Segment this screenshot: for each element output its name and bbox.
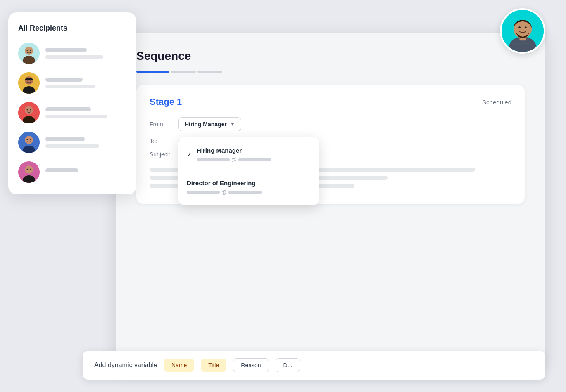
dropdown-item-email-1: @	[197, 156, 311, 163]
svg-point-19	[27, 139, 28, 140]
chevron-down-icon: ▼	[230, 121, 235, 127]
dropdown-item-name-1: Hiring Manager	[197, 147, 311, 154]
recipient-item-5[interactable]	[18, 161, 126, 183]
dropdown-divider	[178, 171, 319, 171]
at-symbol-1: @	[231, 156, 237, 163]
checkmark-icon: ✓	[187, 151, 192, 158]
recipient-name-skeleton-3	[45, 107, 91, 111]
tab-inactive-2[interactable]	[197, 71, 222, 73]
main-card: Sequence Stage 1 Scheduled From: Hiring …	[116, 33, 545, 367]
dropdown-item-hiring-manager[interactable]: ✓ Hiring Manager @	[178, 140, 319, 169]
avatar-5	[18, 161, 40, 183]
avatar-4	[18, 132, 40, 153]
stage-status: Scheduled	[482, 99, 511, 106]
svg-point-22	[25, 165, 33, 174]
scene: Sequence Stage 1 Scheduled From: Hiring …	[0, 0, 566, 392]
profile-avatar	[500, 8, 545, 54]
to-label: To:	[150, 138, 178, 144]
svg-point-3	[25, 47, 33, 55]
recipient-sub-skeleton-2	[45, 85, 95, 88]
dropdown-item-name-2: Director of Engineering	[187, 179, 311, 187]
email-skeleton-3	[187, 191, 220, 194]
recipient-name-skeleton-1	[45, 48, 87, 52]
svg-point-30	[518, 26, 521, 28]
svg-point-31	[525, 26, 527, 28]
svg-point-5	[30, 50, 31, 51]
recipient-info-4	[45, 137, 126, 148]
svg-point-12	[25, 106, 33, 114]
var-tag-title[interactable]: Title	[201, 359, 226, 372]
dropdown-item-email-2: @	[187, 189, 311, 195]
tab-bar	[136, 71, 525, 73]
recipient-info-1	[45, 48, 126, 59]
svg-point-9	[27, 80, 28, 81]
recipient-sub-skeleton-1	[45, 55, 103, 59]
recipient-item-4[interactable]	[18, 132, 126, 153]
stage-title: Stage 1	[150, 97, 182, 107]
from-dropdown[interactable]: Hiring Manager ▼	[178, 117, 241, 131]
at-symbol-2: @	[221, 189, 227, 195]
recipient-item-3[interactable]	[18, 102, 126, 123]
svg-point-4	[27, 50, 28, 51]
recipient-sub-skeleton-3	[45, 115, 107, 118]
recipient-name-skeleton-4	[45, 137, 85, 141]
svg-point-10	[30, 80, 31, 81]
recipients-title: All Recipients	[18, 24, 126, 33]
dynamic-var-bar: Add dynamic variable Name Title Reason D…	[83, 351, 545, 380]
recipient-name-skeleton-5	[45, 168, 78, 172]
svg-point-17	[25, 136, 33, 144]
stage-header: Stage 1 Scheduled	[150, 97, 511, 107]
email-skeleton-1	[197, 158, 230, 161]
email-skeleton-2	[238, 158, 271, 161]
recipient-info-3	[45, 107, 126, 118]
recipient-item-1[interactable]	[18, 43, 126, 64]
recipient-name-skeleton-2	[45, 78, 83, 82]
svg-point-24	[27, 169, 28, 170]
avatar-1	[18, 43, 40, 64]
avatar-2	[18, 72, 40, 94]
svg-point-14	[27, 109, 28, 111]
svg-point-15	[30, 109, 31, 111]
page-title: Sequence	[136, 50, 525, 63]
selected-from-value: Hiring Manager	[185, 121, 227, 128]
from-label: From:	[150, 121, 178, 128]
stage-card: Stage 1 Scheduled From: Hiring Manager ▼…	[136, 85, 525, 204]
recipient-info-5	[45, 168, 126, 176]
from-dropdown-popup: ✓ Hiring Manager @	[178, 137, 319, 205]
avatar-3	[18, 102, 40, 123]
var-tag-reason[interactable]: Reason	[233, 358, 269, 372]
recipient-item-2[interactable]	[18, 72, 126, 94]
svg-point-25	[30, 169, 31, 170]
tab-active[interactable]	[136, 71, 169, 73]
dynamic-var-label: Add dynamic variable	[94, 361, 157, 369]
from-row: From: Hiring Manager ▼ ✓ Hiring Manager	[150, 117, 511, 131]
tab-inactive[interactable]	[171, 71, 196, 73]
svg-point-20	[30, 139, 31, 140]
recipients-panel: All Recipients	[8, 12, 136, 194]
recipient-info-2	[45, 78, 126, 88]
var-tag-d[interactable]: D...	[276, 358, 300, 372]
email-skeleton-4	[228, 191, 262, 194]
subject-label: Subject:	[150, 151, 178, 158]
var-tag-name[interactable]: Name	[164, 359, 194, 372]
recipient-sub-skeleton-4	[45, 144, 99, 148]
dropdown-item-director[interactable]: Director of Engineering @	[178, 173, 319, 202]
